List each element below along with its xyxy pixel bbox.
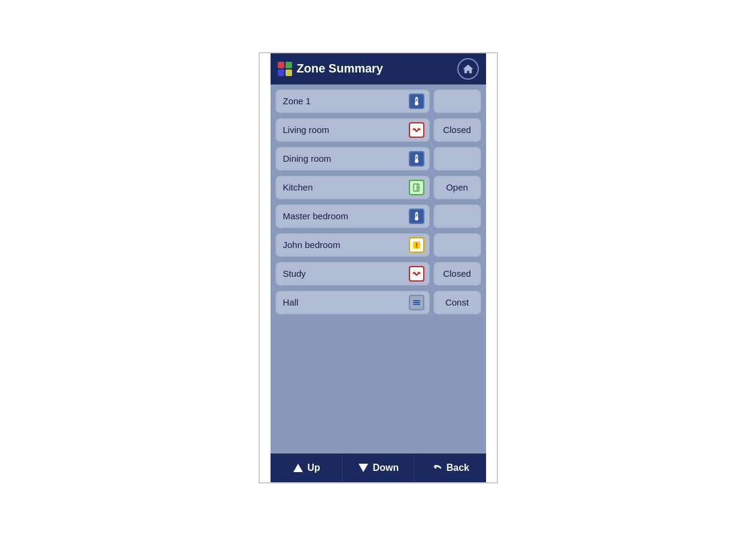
wave-icon-2 xyxy=(412,125,421,135)
svg-marker-18 xyxy=(359,464,368,472)
wave-icon-7 xyxy=(412,269,421,279)
svg-rect-16 xyxy=(413,304,420,305)
zone-status-box-8: Const xyxy=(433,291,481,315)
up-button[interactable]: Up xyxy=(271,454,342,482)
zone-name-4: Kitchen xyxy=(283,182,313,192)
zone-icon-8 xyxy=(409,295,424,310)
zone-status-empty-5 xyxy=(433,204,481,228)
zone-status-2: Closed xyxy=(443,125,471,135)
zone-icon-1 xyxy=(409,93,424,109)
zone-name-box-4[interactable]: Kitchen xyxy=(275,176,430,200)
zone-name-6: John bedroom xyxy=(283,240,341,250)
svg-rect-14 xyxy=(413,300,420,301)
svg-rect-15 xyxy=(413,302,420,303)
svg-marker-17 xyxy=(293,464,303,472)
svg-point-4 xyxy=(415,159,418,163)
grid-cell-3 xyxy=(278,69,284,76)
back-button[interactable]: Back xyxy=(414,454,485,482)
zone-list: Zone 1 Living room xyxy=(271,84,486,454)
zone-status-empty-6 xyxy=(433,233,481,257)
zone-name-box-8[interactable]: Hall xyxy=(275,291,430,315)
zone-name-box-1[interactable]: Zone 1 xyxy=(275,89,430,113)
zone-icon-6 xyxy=(409,237,424,253)
home-icon xyxy=(462,63,474,75)
zone-name-box-6[interactable]: John bedroom xyxy=(275,233,430,257)
grid-cell-4 xyxy=(286,69,292,76)
zone-row: John bedroom xyxy=(275,232,481,258)
zone-status-4: Open xyxy=(446,182,468,192)
zone-name-1: Zone 1 xyxy=(283,96,311,106)
zone-status-box-4: Open xyxy=(433,176,481,200)
app-footer: Up Down Back xyxy=(271,454,486,482)
zone-icon-4 xyxy=(409,180,424,195)
zone-name-box-3[interactable]: Dining room xyxy=(275,147,430,171)
zone-icon-2 xyxy=(409,122,424,138)
up-label: Up xyxy=(308,463,320,473)
zone-name-box-7[interactable]: Study xyxy=(275,262,430,286)
down-button[interactable]: Down xyxy=(342,454,414,482)
zone-name-box-5[interactable]: Master bedroom xyxy=(275,204,430,228)
zone-name-box-2[interactable]: Living room xyxy=(275,118,430,142)
thermostat-icon-5 xyxy=(412,211,421,221)
page-container: Zone Summary Zone 1 xyxy=(0,0,756,535)
svg-rect-12 xyxy=(416,243,417,246)
back-label: Back xyxy=(447,463,469,473)
layers-icon-8 xyxy=(412,298,421,307)
exclamation-icon-6 xyxy=(412,240,421,250)
thermostat-icon-3 xyxy=(412,154,421,164)
door-icon-4 xyxy=(412,183,421,192)
zone-name-8: Hall xyxy=(283,297,299,307)
zone-name-2: Living room xyxy=(283,125,330,135)
zone-row: Master bedroom xyxy=(275,203,481,229)
app-logo-icon xyxy=(278,62,292,76)
zone-name-7: Study xyxy=(283,268,306,279)
app-container: Zone Summary Zone 1 xyxy=(271,53,486,482)
down-arrow-icon xyxy=(357,462,369,474)
zone-status-empty-3 xyxy=(433,147,481,171)
zone-icon-3 xyxy=(409,151,424,167)
zone-row: Living room Closed xyxy=(275,117,481,143)
zone-status-empty-1 xyxy=(433,89,481,113)
zone-status-box-7: Closed xyxy=(433,262,481,286)
grid-cell-1 xyxy=(278,62,284,68)
svg-point-7 xyxy=(417,187,418,188)
zone-icon-7 xyxy=(409,266,424,282)
zone-row: Zone 1 xyxy=(275,88,481,114)
svg-point-9 xyxy=(415,217,418,220)
header-left: Zone Summary xyxy=(278,62,383,76)
header-title: Zone Summary xyxy=(297,62,383,75)
zone-name-5: Master bedroom xyxy=(283,211,348,221)
app-header: Zone Summary xyxy=(271,53,486,84)
zone-status-7: Closed xyxy=(443,268,471,279)
thermostat-icon-1 xyxy=(412,96,421,106)
back-arrow-icon xyxy=(431,462,443,474)
zone-status-8: Const xyxy=(445,297,469,307)
zone-row: Hall Const xyxy=(275,289,481,316)
grid-cell-2 xyxy=(286,62,292,68)
svg-point-1 xyxy=(415,102,418,105)
zone-row: Dining room xyxy=(275,146,481,172)
down-label: Down xyxy=(373,463,399,473)
zone-row: Study Closed xyxy=(275,261,481,287)
zone-name-3: Dining room xyxy=(283,153,332,164)
device-frame: Zone Summary Zone 1 xyxy=(259,52,498,483)
up-arrow-icon xyxy=(292,462,304,474)
svg-point-13 xyxy=(416,247,417,248)
zone-row: Kitchen Open xyxy=(275,174,481,201)
zone-status-box-2: Closed xyxy=(433,118,481,142)
zone-icon-5 xyxy=(409,208,424,224)
home-button[interactable] xyxy=(457,58,479,80)
